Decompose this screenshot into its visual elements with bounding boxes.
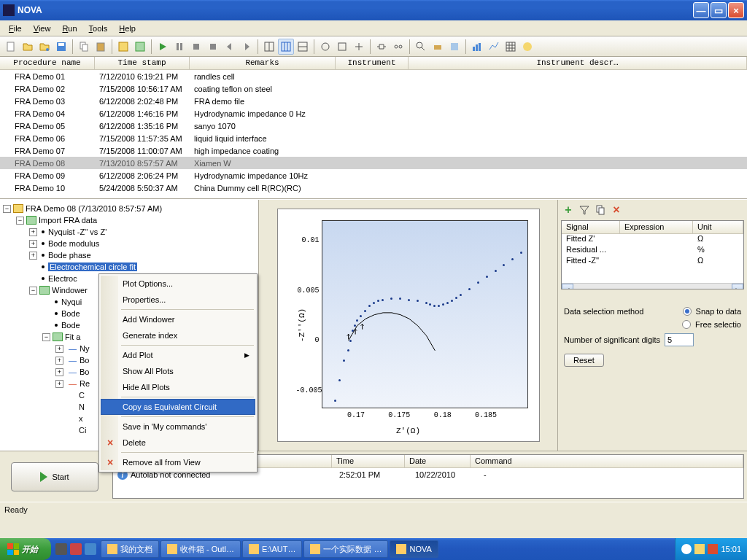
grid-row[interactable]: FRA Demo 017/12/2010 6:19:21 PMrandles c… <box>0 70 747 82</box>
expand-icon[interactable]: + <box>29 252 37 260</box>
context-menu-item[interactable]: Save in 'My commands' <box>101 419 255 435</box>
chart-icon[interactable] <box>469 39 485 55</box>
signal-row[interactable]: Fitted Z'Ω <box>562 234 743 245</box>
scroll-left-icon[interactable]: ◄ <box>562 284 573 289</box>
quicklaunch-icon[interactable] <box>55 543 67 555</box>
grid-row[interactable]: FRA Demo 077/15/2008 11:00:07 AMhigh imp… <box>0 144 747 157</box>
col-instrument-descr[interactable]: Instrument descr… <box>409 57 747 69</box>
layout2-icon[interactable] <box>278 39 294 55</box>
context-menu-item[interactable]: ×Delete <box>101 435 255 451</box>
tool-e-icon[interactable] <box>446 39 462 55</box>
context-menu-item[interactable]: Copy as Equivalent Circuit <box>101 399 255 415</box>
clock[interactable]: 15:01 <box>721 545 741 553</box>
tree-item[interactable]: +Bode modulus <box>3 238 255 249</box>
context-menu-item[interactable]: Add Windower <box>101 311 255 327</box>
chart2-icon[interactable] <box>486 39 502 55</box>
collapse-icon[interactable]: − <box>29 287 37 295</box>
taskbar-task[interactable]: E:\AUT… <box>242 540 302 558</box>
stop2-icon[interactable] <box>205 39 221 55</box>
free-radio[interactable] <box>682 320 691 329</box>
start-menu-button[interactable]: 开始 <box>0 538 51 560</box>
tree-root[interactable]: −FRA Demo 08 (7/13/2010 8:57:57 AM) <box>3 203 255 214</box>
context-menu-item[interactable]: ×Remove all from View <box>101 454 255 470</box>
save-icon[interactable] <box>53 39 69 55</box>
delete-icon[interactable]: × <box>611 204 622 216</box>
signal-row[interactable]: Residual ...% <box>562 245 743 256</box>
context-menu-item[interactable]: Plot Options... <box>101 276 255 292</box>
col-command[interactable]: Command <box>471 455 743 467</box>
paste-icon[interactable] <box>93 39 109 55</box>
col-procedure-name[interactable]: Procedure name <box>0 57 95 69</box>
expand-icon[interactable]: + <box>55 357 63 365</box>
nyquist-chart[interactable]: -Z''(Ω) Z'(Ω) -0.00500.0050.010.170.1750… <box>277 209 540 442</box>
grid-row[interactable]: FRA Demo 056/12/2008 1:35:16 PMsanyo 107… <box>0 120 747 132</box>
col-time-stamp[interactable]: Time stamp <box>95 57 190 69</box>
context-menu-item[interactable]: Add Plot▶ <box>101 347 255 363</box>
wizard2-icon[interactable] <box>132 39 148 55</box>
new-icon[interactable] <box>3 39 19 55</box>
tree-item[interactable]: +Bode phase <box>3 249 255 261</box>
snap-radio[interactable] <box>683 307 692 316</box>
layout3-icon[interactable] <box>295 39 311 55</box>
expand-icon[interactable]: + <box>55 345 63 353</box>
circuit-icon[interactable] <box>374 39 390 55</box>
next-icon[interactable] <box>239 39 255 55</box>
grid-row[interactable]: FRA Demo 087/13/2010 8:57:57 AMXiamen W <box>0 157 747 169</box>
grid-row[interactable]: FRA Demo 067/15/2008 11:57:35 AMliquid l… <box>0 132 747 144</box>
menu-run[interactable]: Run <box>56 23 82 34</box>
tree-item-selected[interactable]: Electrochemical circle fit <box>3 261 255 273</box>
context-menu-item[interactable]: Show All Plots <box>101 363 255 379</box>
copy-icon[interactable] <box>76 39 92 55</box>
circuit2-icon[interactable] <box>390 39 406 55</box>
tool-d-icon[interactable] <box>430 39 446 55</box>
reset-button[interactable]: Reset <box>564 354 604 367</box>
collapse-icon[interactable]: − <box>42 333 50 341</box>
minimize-button[interactable]: — <box>693 2 709 18</box>
play-icon[interactable] <box>155 39 171 55</box>
close-button[interactable]: × <box>728 2 744 18</box>
maximize-button[interactable]: ▭ <box>711 2 727 18</box>
menu-file[interactable]: File <box>3 23 28 34</box>
expand-icon[interactable]: + <box>55 380 63 388</box>
wizard-icon[interactable] <box>115 39 131 55</box>
tree-item[interactable]: +Nyquist -Z'' vs Z' <box>3 226 255 238</box>
taskbar-task[interactable]: 一个实际数据 … <box>303 540 388 558</box>
grid-row[interactable]: FRA Demo 046/12/2008 1:46:16 PMHydrodyna… <box>0 107 747 120</box>
tool-a-icon[interactable] <box>317 39 333 55</box>
signal-row[interactable]: Fitted -Z''Ω <box>562 256 743 267</box>
stop-icon[interactable] <box>188 39 204 55</box>
collapse-icon[interactable]: − <box>3 205 11 213</box>
open2-icon[interactable] <box>36 39 53 55</box>
tray-icon[interactable] <box>708 544 718 554</box>
horizontal-scrollbar[interactable]: ◄ ► <box>562 283 743 289</box>
col-expression[interactable]: Expression <box>620 221 693 233</box>
col-signal[interactable]: Signal <box>562 221 620 233</box>
taskbar-task[interactable]: 我的文档 <box>101 540 159 558</box>
sig-digits-input[interactable] <box>665 333 694 346</box>
zoom-icon[interactable] <box>413 39 429 55</box>
taskbar-task[interactable]: 收件箱 - Outl… <box>160 540 241 558</box>
grid-row[interactable]: FRA Demo 105/24/2008 5:50:37 AMChina Dum… <box>0 182 747 194</box>
tray-icon[interactable] <box>681 544 692 554</box>
col-date[interactable]: Date <box>405 455 471 467</box>
pause-icon[interactable] <box>171 39 187 55</box>
grid-row[interactable]: FRA Demo 036/12/2008 2:02:48 PMFRA demo … <box>0 95 747 107</box>
scroll-right-icon[interactable]: ► <box>732 284 743 289</box>
tool-c-icon[interactable] <box>351 39 367 55</box>
chart3-icon[interactable] <box>519 39 535 55</box>
tray-icon[interactable] <box>694 544 705 554</box>
taskbar-task[interactable]: NOVA <box>390 540 438 558</box>
context-menu-item[interactable]: Properties... <box>101 292 255 308</box>
collapse-icon[interactable]: − <box>16 217 24 225</box>
expand-icon[interactable]: + <box>29 228 37 236</box>
menu-view[interactable]: View <box>28 23 57 34</box>
expand-icon[interactable]: + <box>29 240 37 248</box>
start-button[interactable]: Start <box>11 462 98 491</box>
filter-icon[interactable] <box>578 204 590 216</box>
col-remarks[interactable]: Remarks <box>190 57 336 69</box>
add-icon[interactable]: + <box>562 204 574 216</box>
context-menu-item[interactable]: Hide All Plots <box>101 379 255 395</box>
context-menu-item[interactable]: Generate index <box>101 327 255 343</box>
menu-tools[interactable]: Tools <box>83 23 114 34</box>
tree-import[interactable]: −Import FRA data <box>3 214 255 226</box>
